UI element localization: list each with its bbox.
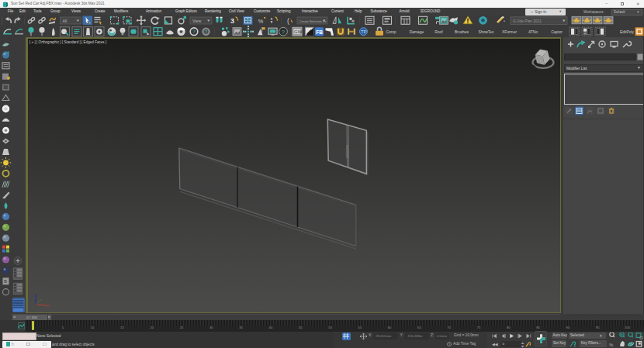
svg-text:(: ( [287, 17, 289, 25]
svg-text:Captor: Captor [551, 30, 563, 34]
svg-text:GW: GW [294, 29, 303, 34]
svg-text:Damage: Damage [410, 30, 424, 34]
svg-text:ATNo: ATNo [528, 30, 538, 34]
svg-text:Create Selection Se: Create Selection Se [299, 19, 327, 23]
svg-text:?: ? [192, 29, 196, 34]
svg-text:Roof: Roof [435, 30, 443, 34]
svg-text:FB: FB [316, 29, 323, 35]
svg-text:%: % [609, 342, 614, 346]
svg-text:XFormer: XFormer [502, 30, 517, 34]
svg-text:Brushes: Brushes [455, 30, 469, 34]
svg-text:G.Ude Plan 2021: G.Ude Plan 2021 [513, 19, 542, 23]
svg-text:View: View [192, 19, 201, 23]
svg-text:%: % [258, 18, 264, 25]
svg-text:B: B [4, 279, 7, 284]
svg-text:?: ? [282, 29, 286, 36]
svg-text:Comp: Comp [386, 30, 396, 34]
svg-text:3: 3 [230, 17, 234, 25]
svg-text:All: All [63, 19, 68, 23]
svg-text:TP: TP [361, 29, 366, 34]
svg-text:ShowTex: ShowTex [479, 30, 494, 34]
svg-text:EditPoly: EditPoly [620, 30, 634, 34]
